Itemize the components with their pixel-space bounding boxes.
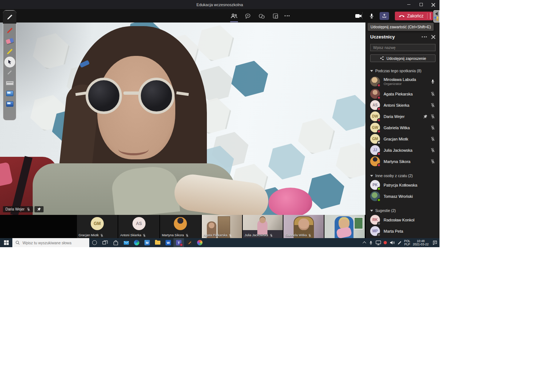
task-view-button[interactable] — [100, 238, 110, 247]
clock[interactable]: 10:482021-03-22 — [413, 240, 429, 246]
collapse-icon — [370, 70, 373, 72]
status-busy — [377, 96, 381, 99]
share-invite-button[interactable]: Udostępnij zaproszenie — [370, 54, 436, 62]
whiteboard-tool-button[interactable] — [4, 99, 15, 109]
pen-tray-icon[interactable] — [397, 241, 402, 245]
share-content-button[interactable] — [380, 12, 389, 20]
avatar-photo — [174, 217, 187, 230]
avatar: DW — [370, 111, 380, 121]
chat-button[interactable] — [243, 11, 253, 21]
cursor-tool-button[interactable] — [4, 57, 15, 67]
language-indicator[interactable]: POLPLP — [404, 240, 410, 246]
eraser-tool-button[interactable] — [4, 36, 15, 46]
minimize-button[interactable] — [402, 0, 415, 9]
participant-row[interactable]: RK Radosław Konkol — [366, 214, 439, 225]
collapse-icon — [370, 175, 373, 177]
breakout-rooms-icon — [273, 13, 278, 19]
status-busy — [377, 152, 381, 156]
volume-icon[interactable] — [389, 240, 395, 245]
system-tray: POLPLP 10:482021-03-22 — [364, 238, 440, 247]
avatar: GM — [91, 217, 104, 230]
keyboard-icon — [6, 81, 14, 85]
screen-edge-widget[interactable] — [433, 10, 439, 23]
word-icon: W — [165, 240, 171, 245]
participant-row[interactable]: DW Daria Wejer — [366, 111, 439, 122]
file-explorer-button[interactable] — [152, 238, 163, 247]
participant-row[interactable]: AS Antoni Skierka — [366, 99, 439, 111]
fine-pen-tool-button[interactable] — [4, 67, 15, 78]
section-in-meeting[interactable]: Podczas tego spotkania (8) — [366, 69, 439, 73]
participant-row[interactable]: Tomasz Wroński — [366, 191, 439, 202]
breakout-rooms-button[interactable] — [270, 11, 281, 21]
outlook-button[interactable]: M — [142, 238, 152, 247]
edge-icon — [134, 240, 139, 245]
video-tile-teacher[interactable] — [324, 215, 365, 238]
teams-button[interactable]: T — [173, 238, 184, 247]
close-button[interactable] — [427, 0, 439, 9]
participant-row[interactable]: GM Gracjan Miotk — [366, 133, 439, 144]
video-tile-martyna[interactable]: Martyna Sikora — [160, 215, 201, 238]
taskbar-search-input[interactable] — [23, 241, 84, 245]
screenshot-tool-button[interactable] — [4, 88, 15, 99]
tray-display-icon[interactable] — [376, 240, 381, 245]
video-tile-gabriela[interactable]: Gabriela Witka — [283, 215, 324, 238]
start-button[interactable] — [0, 238, 12, 247]
video-tile-gracjan[interactable]: GM Gracjan Miotk — [77, 215, 118, 238]
reactions-button[interactable] — [257, 11, 267, 21]
keyboard-tool-button[interactable] — [4, 78, 15, 88]
notification-badge — [180, 243, 183, 246]
participant-row[interactable]: JJ Julia Jackowska — [366, 144, 439, 156]
video-tile-antoni[interactable]: AS Antoni Skierka — [118, 215, 159, 238]
participant-row[interactable]: Mirosława LabudaOrganizator — [366, 74, 439, 88]
action-center-icon[interactable] — [433, 240, 437, 245]
desktop-screen: Edukacja wczesnoszkolna — [0, 0, 552, 392]
highlighter-tool-button[interactable] — [4, 46, 15, 57]
avatar-photo — [370, 89, 380, 99]
outlook-icon: M — [144, 240, 150, 245]
main-video-tile[interactable]: Daria Wejer — [0, 23, 365, 215]
panel-close-button[interactable] — [431, 35, 435, 39]
paint3d-button[interactable] — [195, 238, 205, 247]
recording-dot-icon[interactable] — [384, 241, 387, 244]
mic-off-icon — [100, 234, 103, 237]
annotation-toggle-button[interactable] — [3, 11, 16, 24]
participant-row[interactable]: GW Gabriela Witka — [366, 122, 439, 133]
participants-button[interactable] — [229, 11, 239, 21]
status-busy — [377, 130, 381, 133]
end-call-options-button[interactable] — [428, 13, 433, 19]
mic-button[interactable] — [367, 11, 377, 21]
share-invite-label: Udostępnij zaproszenie — [387, 56, 426, 61]
store-button[interactable] — [110, 238, 121, 247]
more-actions-button[interactable] — [284, 11, 294, 21]
camera-button[interactable] — [353, 11, 364, 21]
people-icon — [230, 13, 238, 19]
participant-row[interactable]: PK Patrycja Kotłowska — [366, 179, 439, 191]
filmstrip-spacer — [0, 215, 77, 238]
whiteboard-button[interactable] — [184, 238, 195, 247]
end-call-label: Zakończ — [407, 13, 424, 19]
mic-off-icon — [26, 207, 30, 211]
maximize-button[interactable] — [415, 0, 427, 9]
status-away — [377, 141, 381, 144]
pen-tool-button[interactable] — [4, 25, 15, 36]
tray-expand-icon[interactable] — [363, 241, 366, 245]
windows-taskbar: M W T POLPLP 10:482021-03-22 — [0, 238, 439, 247]
section-chat-others[interactable]: Inne osoby z czatu (2) — [366, 173, 439, 178]
cortana-button[interactable] — [89, 238, 100, 247]
edge-button[interactable] — [131, 238, 142, 247]
taskbar-search[interactable] — [12, 238, 89, 247]
mail-button[interactable] — [121, 238, 131, 247]
participant-row[interactable]: Martyna Sikora — [366, 156, 439, 167]
video-tile-agata[interactable]: Agata Piekarska — [202, 215, 242, 238]
video-tile-julia[interactable]: Julia Jackowska — [243, 215, 283, 238]
panel-more-button[interactable] — [422, 36, 427, 37]
tray-mic-icon[interactable] — [369, 240, 373, 245]
participant-row[interactable]: Agata Piekarska — [366, 88, 439, 99]
pin-badge[interactable] — [34, 206, 44, 212]
share-tooltip: Udostępnij zawartość (Ctrl+Shift+E) — [368, 23, 434, 31]
participant-row[interactable]: MP Marta Peta — [366, 225, 439, 237]
word-button[interactable]: W — [163, 238, 173, 247]
participant-search-input[interactable] — [370, 44, 436, 51]
end-call-button[interactable]: Zakończ — [395, 12, 433, 20]
section-suggestions[interactable]: Sugestie (2) — [366, 208, 439, 213]
